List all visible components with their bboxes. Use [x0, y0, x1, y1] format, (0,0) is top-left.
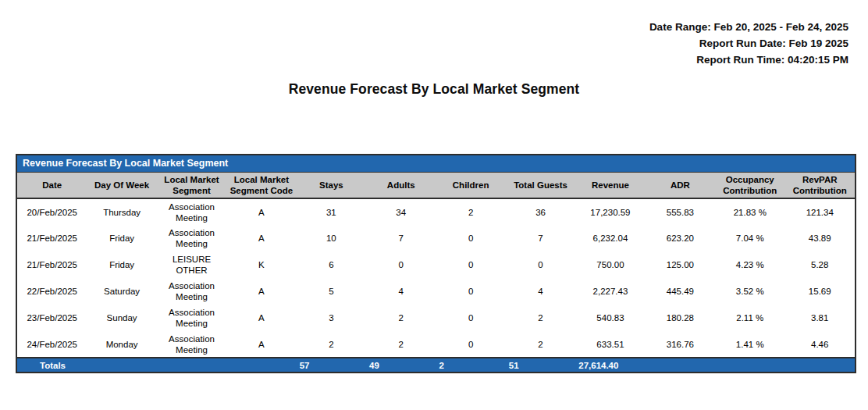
table-cell: 555.83 — [646, 198, 715, 225]
table-cell: 2 — [506, 331, 575, 358]
table-cell: 22/Feb/2025 — [17, 278, 87, 305]
table-footer: Totals574925127,614.40 — [17, 358, 855, 372]
report-run-date-text: Report Run Date: Feb 19 2025 — [649, 35, 848, 52]
column-header: Children — [436, 173, 505, 198]
table-cell: 3.52 % — [715, 278, 784, 305]
table-cell: 43.89 — [784, 225, 855, 251]
table-cell: 24/Feb/2025 — [17, 331, 87, 358]
column-header: Occupancy Contribution — [715, 173, 784, 198]
table-cell: Friday — [87, 225, 156, 251]
table-cell: A — [226, 331, 296, 358]
table-title-bar: Revenue Forecast By Local Market Segment — [17, 155, 855, 173]
table-cell: 21.83 % — [715, 198, 784, 225]
table-cell: 0 — [506, 251, 575, 278]
column-header: ADR — [646, 173, 715, 198]
table-cell: Sunday — [87, 305, 156, 331]
table-cell: 6 — [297, 251, 366, 278]
totals-cell: 2 — [436, 358, 505, 372]
table-cell: 180.28 — [646, 305, 715, 331]
column-header: Revenue — [575, 173, 645, 198]
table-cell: 20/Feb/2025 — [17, 198, 87, 225]
table-row: 24/Feb/2025MondayAssociation MeetingA220… — [17, 331, 855, 358]
table-cell: 0 — [436, 225, 505, 251]
table-cell: Monday — [87, 331, 156, 358]
header-row: DateDay Of WeekLocal Market SegmentLocal… — [17, 173, 855, 198]
revenue-forecast-table: Revenue Forecast By Local Market Segment… — [16, 154, 856, 373]
table-cell: Association Meeting — [157, 278, 226, 305]
table-cell: 0 — [436, 251, 505, 278]
table-row: 23/Feb/2025SundayAssociation MeetingA320… — [17, 305, 855, 331]
column-header: Local Market Segment Code — [226, 173, 296, 198]
table-cell: 31 — [297, 198, 366, 225]
table-cell: 3 — [297, 305, 366, 331]
totals-cell — [715, 358, 784, 372]
totals-row: Totals574925127,614.40 — [17, 358, 855, 372]
table-row: 20/Feb/2025ThursdayAssociation MeetingA3… — [17, 198, 855, 225]
table-cell: 23/Feb/2025 — [17, 305, 87, 331]
table-cell: 750.00 — [575, 251, 645, 278]
totals-cell — [87, 358, 156, 372]
table-cell: 2 — [436, 198, 505, 225]
table-cell: 540.83 — [575, 305, 645, 331]
totals-cell — [784, 358, 855, 372]
table-cell: 0 — [366, 251, 436, 278]
totals-cell — [157, 358, 226, 372]
table-cell: 34 — [366, 198, 436, 225]
table-cell: Thursday — [87, 198, 156, 225]
table-cell: 0 — [436, 278, 505, 305]
table-header: DateDay Of WeekLocal Market SegmentLocal… — [17, 173, 855, 198]
table-cell: 4 — [506, 278, 575, 305]
table-cell: LEISURE OTHER — [157, 251, 226, 278]
report-page: Date Range: Feb 20, 2025 - Feb 24, 2025 … — [0, 0, 868, 410]
totals-cell — [226, 358, 296, 372]
table-cell: 3.81 — [784, 305, 855, 331]
column-header: Total Guests — [506, 173, 575, 198]
totals-cell: 27,614.40 — [575, 358, 645, 372]
column-header: Day Of Week — [87, 173, 156, 198]
table-cell: Association Meeting — [157, 331, 226, 358]
table-cell: 2,227.43 — [575, 278, 645, 305]
date-range-text: Date Range: Feb 20, 2025 - Feb 24, 2025 — [649, 19, 848, 35]
table-cell: K — [226, 251, 296, 278]
report-run-time-text: Report Run Time: 04:20:15 PM — [649, 52, 848, 68]
table-cell: 21/Feb/2025 — [17, 225, 87, 251]
column-header: Stays — [297, 173, 366, 198]
table-cell: 2 — [506, 305, 575, 331]
totals-cell: 49 — [366, 358, 436, 372]
report-meta: Date Range: Feb 20, 2025 - Feb 24, 2025 … — [649, 19, 848, 68]
table-cell: A — [226, 278, 296, 305]
table-cell: A — [226, 198, 296, 225]
table-cell: 15.69 — [784, 278, 855, 305]
table-cell: Association Meeting — [157, 305, 226, 331]
table-cell: 5 — [297, 278, 366, 305]
table-cell: 121.34 — [784, 198, 855, 225]
table-cell: 7 — [366, 225, 436, 251]
table-row: 21/Feb/2025FridayLEISURE OTHERK6000750.0… — [17, 251, 855, 278]
table-cell: 21/Feb/2025 — [17, 251, 87, 278]
totals-cell: 51 — [506, 358, 575, 372]
table-cell: 17,230.59 — [575, 198, 645, 225]
table-cell: 5.28 — [784, 251, 855, 278]
table-cell: 633.51 — [575, 331, 645, 358]
table-cell: 36 — [506, 198, 575, 225]
column-header: RevPAR Contribution — [784, 173, 855, 198]
totals-label-cell: Totals — [17, 358, 87, 372]
table-cell: 0 — [436, 331, 505, 358]
table-cell: 7.04 % — [715, 225, 784, 251]
table-cell: 10 — [297, 225, 366, 251]
table-cell: 4.23 % — [715, 251, 784, 278]
table-cell: 4 — [366, 278, 436, 305]
totals-cell — [646, 358, 715, 372]
table-cell: 7 — [506, 225, 575, 251]
page-title: Revenue Forecast By Local Market Segment — [0, 81, 868, 98]
table-cell: 2 — [366, 305, 436, 331]
table-cell: 445.49 — [646, 278, 715, 305]
table-cell: 623.20 — [646, 225, 715, 251]
table-cell: 125.00 — [646, 251, 715, 278]
table-row: 21/Feb/2025FridayAssociation MeetingA107… — [17, 225, 855, 251]
table-cell: A — [226, 225, 296, 251]
table-body: 20/Feb/2025ThursdayAssociation MeetingA3… — [17, 198, 855, 358]
table-cell: 2 — [297, 331, 366, 358]
table-cell: 1.41 % — [715, 331, 784, 358]
table-cell: 316.76 — [646, 331, 715, 358]
